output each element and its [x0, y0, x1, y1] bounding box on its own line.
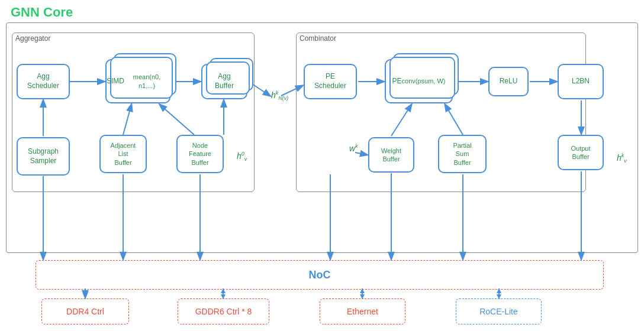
noc-box: NoC: [36, 260, 604, 290]
w-k-label: wk: [349, 143, 358, 153]
gddr6-label: GDDR6 Ctrl * 8: [195, 307, 252, 316]
ethernet-box: Ethernet: [320, 298, 405, 324]
h-v-0-label: h0v: [237, 151, 247, 162]
ethernet-label: Ethernet: [347, 307, 378, 316]
weight-buffer-block: WeightBuffer: [368, 137, 414, 173]
pe-scheduler-block: PEScheduler: [304, 64, 357, 99]
partial-sum-buffer-block: PartialSumBuffer: [438, 135, 487, 173]
roce-lite-box: RoCE-Lite: [456, 298, 542, 324]
l2bn-block: L2BN: [558, 64, 604, 99]
h-v-k-label: hkv: [617, 152, 627, 164]
node-feature-buffer-block: NodeFeatureBuffer: [176, 135, 224, 173]
noc-label: NoC: [309, 269, 331, 281]
subgraph-sampler-block: SubgraphSampler: [17, 137, 70, 176]
adjacent-list-buffer-block: AdjacentListBuffer: [99, 135, 147, 173]
svg-marker-27: [83, 289, 88, 294]
h-nv-k-label: hkN(v): [271, 90, 288, 101]
page-title: GNN Core: [11, 5, 73, 20]
roce-lite-label: RoCE-Lite: [479, 307, 518, 316]
combinator-label: Combinator: [300, 34, 336, 43]
svg-marker-26: [83, 294, 88, 298]
relu-block: ReLU: [488, 67, 529, 96]
agg-buffer-block: AggBuffer: [201, 64, 247, 99]
pe-conv-block: PEconv(psum, W): [385, 59, 453, 103]
agg-scheduler-block: AggScheduler: [17, 64, 70, 99]
ddr4-label: DDR4 Ctrl: [66, 307, 104, 316]
output-buffer-block: OutputBuffer: [558, 135, 604, 170]
simd-block: SIMDmean(n0, n1,...): [105, 59, 170, 103]
aggregator-label: Aggregator: [15, 34, 50, 43]
ddr4-box: DDR4 Ctrl: [41, 298, 129, 324]
gddr6-box: GDDR6 Ctrl * 8: [178, 298, 269, 324]
